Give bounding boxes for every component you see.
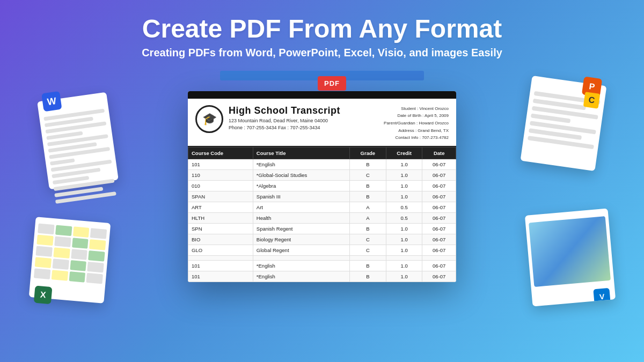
table-cell: B: [349, 180, 386, 191]
table-cell: B: [349, 191, 386, 202]
table-cell: 0.5: [386, 202, 422, 212]
table-cell: *English: [253, 260, 349, 271]
table-cell: *Algebra: [253, 180, 349, 191]
table-cell: 1.0: [386, 159, 422, 169]
transcript-table: Course Code Course Title Grade Credit Da…: [188, 147, 456, 282]
main-title: Create PDF From Any Format: [0, 15, 644, 43]
table-cell: Art: [253, 202, 349, 212]
table-cell: 1.0: [386, 223, 422, 234]
table-row: GLOGlobal RegentC1.006-07: [188, 245, 456, 255]
table-cell: [422, 255, 456, 260]
table-cell: B: [349, 223, 386, 234]
table-cell: B: [349, 260, 386, 271]
col-header-code: Course Code: [188, 147, 253, 159]
table-cell: 1.0: [386, 245, 422, 255]
table-row: 110*Global-Social StudiesC1.006-07: [188, 169, 456, 180]
table-cell: C: [349, 169, 386, 180]
table-cell: 06-07: [422, 159, 456, 169]
table-cell: 010: [188, 180, 253, 191]
visio-icon: V: [593, 288, 611, 306]
table-cell: 0.5: [386, 212, 422, 223]
floating-ppt-doc: P C: [521, 76, 607, 171]
table-cell: *English: [253, 271, 349, 282]
table-cell: A: [349, 202, 386, 212]
pdf-document: 🎓 High School Transcript 123 Mountain Ro…: [188, 91, 456, 282]
pdf-title-block: High School Transcript 123 Mountain Road…: [229, 105, 384, 130]
table-cell: BIO: [188, 234, 253, 245]
table-cell: Spanish Regent: [253, 223, 349, 234]
table-cell: 1.0: [386, 180, 422, 191]
table-cell: B: [349, 271, 386, 282]
table-cell: ART: [188, 202, 253, 212]
word-icon: W: [41, 91, 62, 112]
table-cell: [188, 255, 253, 260]
table-row: 101*EnglishB1.006-07: [188, 159, 456, 169]
table-cell: SPAN: [188, 191, 253, 202]
table-cell: Spanish III: [253, 191, 349, 202]
pdf-header-bar: [188, 91, 456, 99]
floating-word-doc: W: [37, 92, 119, 189]
excel-icon: X: [34, 285, 53, 304]
table-cell: C: [349, 234, 386, 245]
table-cell: 101: [188, 159, 253, 169]
table-cell: C: [349, 245, 386, 255]
table-cell: 06-07: [422, 180, 456, 191]
pdf-phone: Phone : 707-255-3434 Fax : 707-255-3434: [229, 125, 384, 130]
table-row: 101*EnglishB1.006-07: [188, 271, 456, 282]
table-cell: *Global-Social Studies: [253, 169, 349, 180]
col-header-date: Date: [422, 147, 456, 159]
table-cell: 101: [188, 271, 253, 282]
col-header-credit: Credit: [386, 147, 422, 159]
table-cell: 06-07: [422, 223, 456, 234]
table-cell: 06-07: [422, 212, 456, 223]
header-section: Create PDF From Any Format Creating PDFs…: [0, 0, 644, 59]
pdf-student-info: Student : Vincent Orozco Date of Birth :…: [384, 105, 449, 142]
table-cell: 06-07: [422, 260, 456, 271]
col-header-title: Course Title: [253, 147, 349, 159]
table-cell: *English: [253, 159, 349, 169]
table-row: HLTHHealthA0.506-07: [188, 212, 456, 223]
table-row: SPANSpanish IIIB1.006-07: [188, 191, 456, 202]
table-cell: 110: [188, 169, 253, 180]
table-cell: 06-07: [422, 245, 456, 255]
sub-title: Creating PDFs from Word, PowerPoint, Exc…: [0, 47, 644, 59]
pdf-badge: PDF: [318, 76, 346, 91]
table-cell: SPN: [188, 223, 253, 234]
col-header-grade: Grade: [349, 147, 386, 159]
content-area: W: [0, 64, 644, 333]
table-cell: 1.0: [386, 260, 422, 271]
table-cell: [253, 255, 349, 260]
table-cell: [349, 255, 386, 260]
word-doc-lines: [43, 108, 116, 203]
table-cell: Biology Regent: [253, 234, 349, 245]
table-row: BIOBiology RegentC1.006-07: [188, 234, 456, 245]
table-cell: Global Regent: [253, 245, 349, 255]
table-cell: 101: [188, 260, 253, 271]
table-cell: 06-07: [422, 169, 456, 180]
table-cell: B: [349, 159, 386, 169]
table-row: 101*EnglishB1.006-07: [188, 260, 456, 271]
table-cell: GLO: [188, 245, 253, 255]
table-cell: 1.0: [386, 271, 422, 282]
table-row: 010*AlgebraB1.006-07: [188, 180, 456, 191]
table-cell: 1.0: [386, 191, 422, 202]
floating-visio-doc: V: [525, 208, 616, 306]
pdf-school-name: High School Transcript: [229, 105, 384, 116]
table-cell: 06-07: [422, 191, 456, 202]
table-row: [188, 255, 456, 260]
table-cell: A: [349, 212, 386, 223]
table-cell: 06-07: [422, 202, 456, 212]
pdf-address: 123 Mountain Road, Dead River, Maine 040…: [229, 118, 384, 123]
table-cell: Health: [253, 212, 349, 223]
table-cell: 1.0: [386, 234, 422, 245]
table-cell: HLTH: [188, 212, 253, 223]
pdf-top-section: 🎓 High School Transcript 123 Mountain Ro…: [188, 99, 456, 147]
ppt-c-icon: C: [583, 92, 601, 109]
floating-excel-doc: X: [29, 217, 111, 304]
table-cell: [386, 255, 422, 260]
table-cell: 06-07: [422, 234, 456, 245]
visio-image: [529, 216, 611, 287]
table-cell: 06-07: [422, 271, 456, 282]
table-cell: 1.0: [386, 169, 422, 180]
excel-grid: [34, 223, 107, 284]
